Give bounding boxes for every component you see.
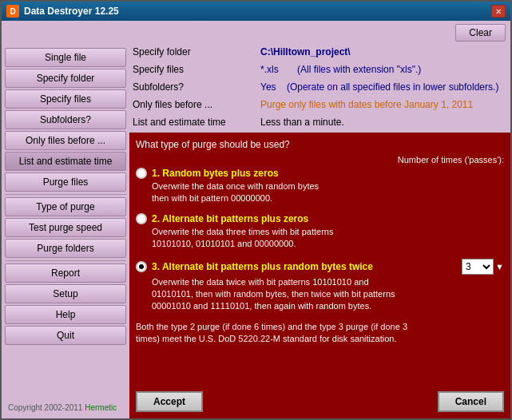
option3-title: 3. Alternate bit patterns plus random by…	[152, 261, 373, 272]
accept-button[interactable]: Accept	[136, 391, 203, 412]
sidebar-item-single-file[interactable]: Single file	[5, 48, 126, 67]
sidebar-item-subfolders[interactable]: Subfolders?	[5, 110, 126, 129]
value-time: Less than a minute.	[260, 117, 507, 128]
main-content: Single file Specify folder Specify files…	[2, 45, 510, 418]
sidebar-separator-1	[5, 194, 126, 195]
option3-desc: Overwrite the data twice with bit patter…	[152, 276, 504, 313]
sidebar-item-type-purge[interactable]: Type of purge	[5, 197, 126, 216]
info-row-dates: Only files before ... Purge only files w…	[129, 97, 510, 115]
app-title: Data Destroyer 12.25	[24, 6, 119, 17]
label-time: List and estimate time	[133, 117, 260, 128]
top-bar: Clear	[2, 21, 510, 45]
passes-select[interactable]: 1 2 3 4 5 6	[462, 259, 494, 275]
option2-title: 2. Alternate bit patterns plus zeros	[152, 213, 308, 224]
label-files: Specify files	[133, 64, 260, 75]
radio-option-2[interactable]	[136, 213, 147, 224]
passes-label: Number of times ('passes'):	[136, 155, 504, 164]
app-icon: D	[6, 5, 19, 18]
sidebar-item-only-files-before[interactable]: Only files before ...	[5, 131, 126, 150]
title-bar-left: D Data Destroyer 12.25	[6, 5, 119, 18]
purge-option-3: 3. Alternate bit patterns plus random by…	[136, 259, 504, 313]
value-dates: Purge only files with dates before Janua…	[260, 99, 507, 110]
option2-desc: Overwrite the data three times with bit …	[152, 226, 504, 251]
sidebar: Single file Specify folder Specify files…	[2, 45, 129, 418]
bottom-buttons: Accept Cancel	[129, 385, 510, 418]
sidebar-item-specify-folder[interactable]: Specify folder	[5, 69, 126, 88]
dod-note: Both the type 2 purge (if done 6 times) …	[136, 321, 504, 346]
radio-option-1[interactable]	[136, 168, 147, 179]
option2-header: 2. Alternate bit patterns plus zeros	[136, 213, 504, 224]
sidebar-item-purge-folders[interactable]: Purge folders	[5, 239, 126, 258]
value-subfolders: Yes (Operate on all specified files in l…	[260, 81, 507, 93]
app-window: D Data Destroyer 12.25 ✕ Clear Single fi…	[0, 0, 512, 420]
label-dates: Only files before ...	[133, 99, 260, 110]
purge-question: What type of purge should be used?	[136, 139, 504, 150]
value-files: *.xls (All files with extension "xls".)	[260, 64, 507, 75]
copyright: Copyright 2002-2011 Hermetic	[5, 400, 126, 415]
sidebar-item-quit[interactable]: Quit	[5, 326, 126, 345]
right-panel: Specify folder C:\Hilltown_project\ Spec…	[129, 45, 510, 418]
cancel-button[interactable]: Cancel	[438, 391, 504, 412]
sidebar-item-specify-files[interactable]: Specify files	[5, 89, 126, 109]
info-row-folder: Specify folder C:\Hilltown_project\	[129, 45, 510, 62]
purge-option-2: 2. Alternate bit patterns plus zeros Ove…	[136, 213, 504, 251]
sidebar-item-setup[interactable]: Setup	[5, 284, 126, 303]
info-row-files: Specify files *.xls (All files with exte…	[129, 62, 510, 80]
sidebar-item-report[interactable]: Report	[5, 263, 126, 283]
option1-title: 1. Random bytes plus zeros	[152, 168, 279, 179]
purge-option-1: 1. Random bytes plus zeros Overwrite the…	[136, 168, 504, 205]
option1-desc: Overwrite the data once with random byte…	[152, 180, 504, 205]
value-folder: C:\Hilltown_project\	[260, 46, 507, 57]
sidebar-item-list-estimate[interactable]: List and estimate time	[5, 152, 126, 171]
info-row-subfolders: Subfolders? Yes (Operate on all specifie…	[129, 80, 510, 97]
purge-panel: What type of purge should be used? Numbe…	[129, 133, 510, 385]
info-section: Specify folder C:\Hilltown_project\ Spec…	[129, 45, 510, 133]
close-button[interactable]: ✕	[491, 5, 506, 18]
clear-button[interactable]: Clear	[455, 24, 506, 42]
option3-header: 3. Alternate bit patterns plus random by…	[136, 259, 504, 275]
hermetic-link[interactable]: Hermetic	[85, 403, 117, 412]
sidebar-separator-2	[5, 260, 126, 261]
sidebar-item-help[interactable]: Help	[5, 305, 126, 324]
label-folder: Specify folder	[133, 46, 260, 57]
info-row-time: List and estimate time Less than a minut…	[129, 115, 510, 133]
option1-header: 1. Random bytes plus zeros	[136, 168, 504, 179]
sidebar-item-purge-files[interactable]: Purge files	[5, 172, 126, 192]
sidebar-item-test-speed[interactable]: Test purge speed	[5, 218, 126, 237]
title-bar: D Data Destroyer 12.25 ✕	[2, 2, 510, 21]
passes-arrow-icon: ▼	[495, 262, 504, 271]
radio-option-3[interactable]	[136, 261, 147, 272]
label-subfolders: Subfolders?	[133, 81, 260, 93]
